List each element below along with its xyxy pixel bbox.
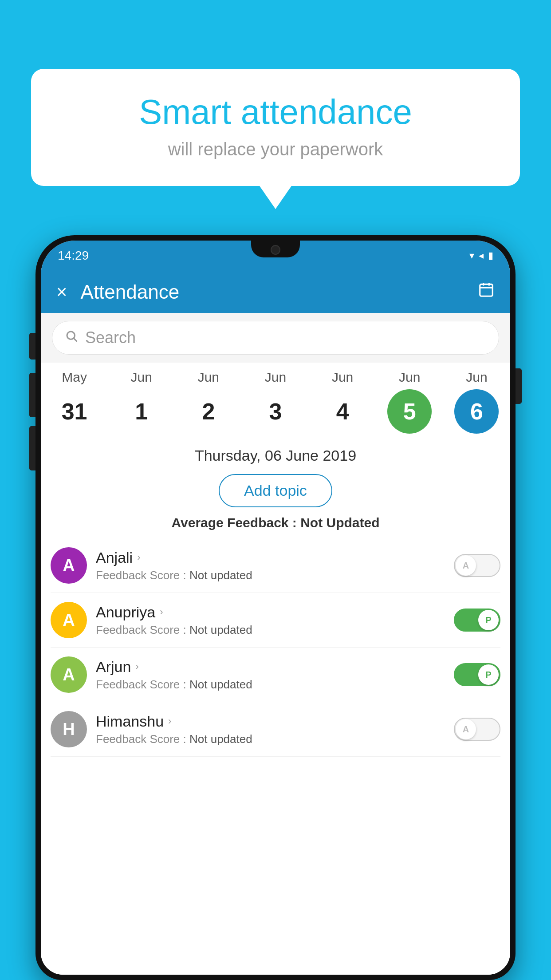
toggle-anupriya[interactable]: P xyxy=(454,609,500,632)
student-item-arjun[interactable]: A Arjun › Feedback Score : Not updated P xyxy=(51,648,500,702)
avatar-anjali: A xyxy=(51,547,87,584)
svg-rect-0 xyxy=(480,284,493,296)
student-item-himanshu[interactable]: H Himanshu › Feedback Score : Not update… xyxy=(51,702,500,757)
toggle-himanshu[interactable]: A xyxy=(454,718,500,741)
calendar-icon[interactable] xyxy=(478,281,495,302)
date-number: 1 xyxy=(119,389,164,434)
student-info-himanshu: Himanshu › Feedback Score : Not updated xyxy=(96,713,445,746)
date-number-today: 5 xyxy=(387,389,432,434)
search-input[interactable]: Search xyxy=(85,328,136,347)
feedback-summary-value: Not Updated xyxy=(300,515,379,530)
search-box[interactable]: Search xyxy=(52,321,499,355)
date-month: Jun xyxy=(332,370,353,385)
student-name-arjun: Arjun › xyxy=(96,658,445,676)
chevron-right-icon: › xyxy=(160,606,163,618)
speech-bubble-title: Smart attendance xyxy=(58,93,493,131)
student-item-anupriya[interactable]: A Anupriya › Feedback Score : Not update… xyxy=(51,593,500,648)
date-strip: May 31 Jun 1 Jun 2 Jun 3 Jun 4 xyxy=(41,363,510,437)
search-container: Search xyxy=(41,313,510,363)
student-info-anupriya: Anupriya › Feedback Score : Not updated xyxy=(96,604,445,637)
feedback-score-himanshu: Feedback Score : Not updated xyxy=(96,732,445,746)
front-camera xyxy=(271,245,280,255)
date-number: 2 xyxy=(186,389,231,434)
battery-icon: ▮ xyxy=(488,250,493,261)
date-item-jun3[interactable]: Jun 3 xyxy=(247,370,304,434)
status-icons: ▾ ◂ ▮ xyxy=(469,250,493,261)
selected-date-label: Thursday, 06 June 2019 xyxy=(41,437,510,470)
student-list: A Anjali › Feedback Score : Not updated … xyxy=(41,538,510,757)
speech-bubble-tail xyxy=(259,185,292,209)
toggle-arjun[interactable]: P xyxy=(454,663,500,686)
svg-point-4 xyxy=(67,332,75,340)
toggle-knob: P xyxy=(478,664,499,685)
feedback-score-arjun: Feedback Score : Not updated xyxy=(96,678,445,692)
date-item-jun1[interactable]: Jun 1 xyxy=(113,370,170,434)
chevron-right-icon: › xyxy=(135,661,138,672)
app-header: × Attendance xyxy=(41,271,510,313)
phone-screen: 14:29 ▾ ◂ ▮ × Attendance xyxy=(41,241,510,975)
chevron-right-icon: › xyxy=(137,552,140,563)
date-month: Jun xyxy=(466,370,487,385)
student-name-anupriya: Anupriya › xyxy=(96,604,445,621)
status-time: 14:29 xyxy=(58,249,89,263)
speech-bubble-container: Smart attendance will replace your paper… xyxy=(31,69,520,186)
speech-bubble-subtitle: will replace your paperwork xyxy=(58,139,493,159)
feedback-score-anjali: Feedback Score : Not updated xyxy=(96,569,445,582)
svg-line-5 xyxy=(74,339,77,342)
search-icon xyxy=(65,329,78,346)
feedback-score-anupriya: Feedback Score : Not updated xyxy=(96,623,445,637)
date-item-jun6[interactable]: Jun 6 xyxy=(448,370,505,434)
date-month: Jun xyxy=(265,370,286,385)
app-title: Attendance xyxy=(81,281,464,303)
close-button[interactable]: × xyxy=(56,281,67,303)
student-info-anjali: Anjali › Feedback Score : Not updated xyxy=(96,549,445,582)
toggle-anjali[interactable]: A xyxy=(454,554,500,577)
attendance-toggle-himanshu[interactable]: A xyxy=(454,718,500,741)
attendance-toggle-arjun[interactable]: P xyxy=(454,663,500,686)
toggle-knob: A xyxy=(456,719,476,739)
phone-volume-up-button xyxy=(29,333,35,360)
phone-frame: 14:29 ▾ ◂ ▮ × Attendance xyxy=(35,235,516,980)
avatar-anupriya: A xyxy=(51,602,87,638)
speech-bubble: Smart attendance will replace your paper… xyxy=(31,69,520,186)
signal-icon: ◂ xyxy=(479,250,484,261)
content-area: Search May 31 Jun 1 Jun 2 Jun xyxy=(41,313,510,975)
add-topic-container: Add topic xyxy=(41,470,510,515)
student-name-anjali: Anjali › xyxy=(96,549,445,566)
date-number: 4 xyxy=(320,389,365,434)
phone-notch xyxy=(251,241,300,257)
date-number: 3 xyxy=(253,389,298,434)
attendance-toggle-anjali[interactable]: A xyxy=(454,554,500,577)
date-month: Jun xyxy=(198,370,219,385)
date-item-jun4[interactable]: Jun 4 xyxy=(314,370,371,434)
wifi-icon: ▾ xyxy=(469,250,474,261)
student-name-himanshu: Himanshu › xyxy=(96,713,445,730)
phone-power-button xyxy=(516,368,522,404)
attendance-toggle-anupriya[interactable]: P xyxy=(454,609,500,632)
feedback-summary: Average Feedback : Not Updated xyxy=(41,515,510,538)
chevron-right-icon: › xyxy=(168,715,171,727)
date-item-jun2[interactable]: Jun 2 xyxy=(180,370,237,434)
date-month: Jun xyxy=(131,370,152,385)
toggle-knob: P xyxy=(478,610,499,630)
feedback-summary-label: Average Feedback : xyxy=(171,515,300,530)
date-item-may31[interactable]: May 31 xyxy=(46,370,103,434)
date-month: Jun xyxy=(399,370,420,385)
date-month: May xyxy=(62,370,87,385)
add-topic-button[interactable]: Add topic xyxy=(219,474,332,507)
student-info-arjun: Arjun › Feedback Score : Not updated xyxy=(96,658,445,692)
phone-extra-button xyxy=(29,426,35,470)
avatar-himanshu: H xyxy=(51,711,87,747)
avatar-arjun: A xyxy=(51,656,87,693)
date-number: 31 xyxy=(52,389,97,434)
toggle-knob: A xyxy=(456,555,476,576)
phone-volume-down-button xyxy=(29,373,35,417)
date-number-selected: 6 xyxy=(454,389,499,434)
date-item-jun5[interactable]: Jun 5 xyxy=(381,370,438,434)
student-item-anjali[interactable]: A Anjali › Feedback Score : Not updated … xyxy=(51,538,500,593)
